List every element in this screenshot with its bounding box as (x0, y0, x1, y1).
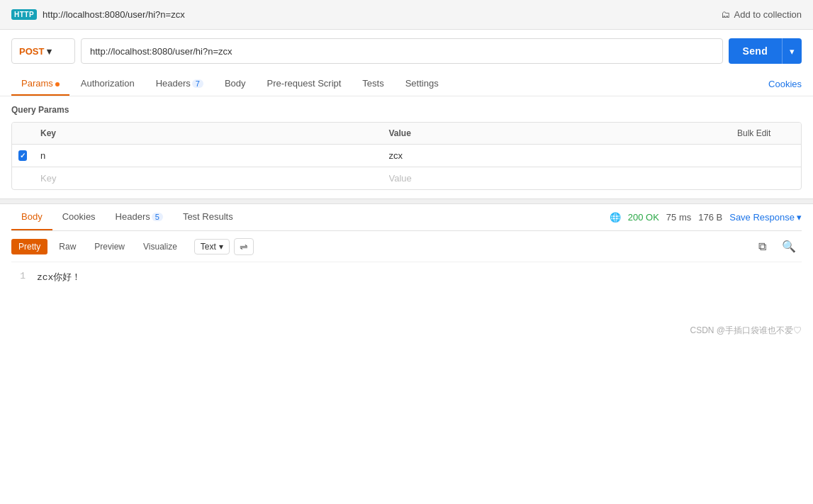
format-type-value: Text (201, 242, 216, 252)
bulk-edit-button[interactable]: Bulk Edit (737, 128, 770, 138)
globe-icon: 🌐 (610, 212, 621, 223)
response-status: 🌐 200 OK 75 ms 176 B Save Response ▾ (610, 212, 802, 223)
format-tab-pretty[interactable]: Pretty (11, 239, 47, 254)
response-tab-body[interactable]: Body (11, 204, 52, 230)
send-arrow-icon: ▾ (790, 46, 795, 57)
top-bar-url: http://localhost:8080/user/hi?n=zcx (43, 9, 185, 20)
request-tabs: Params Authorization Headers7 Body Pre-r… (11, 72, 802, 96)
row1-checkbox-cell (12, 145, 33, 167)
row2-value-input[interactable] (389, 173, 724, 184)
section-divider (0, 198, 813, 204)
headers-badge: 7 (192, 79, 203, 88)
row1-value-cell (382, 145, 731, 167)
row2-checkbox-cell (12, 167, 33, 189)
table-row (12, 167, 801, 189)
request-form: POST ▾ Send ▾ Params Authorization Heade… (0, 30, 813, 96)
response-tab-test-results[interactable]: Test Results (173, 204, 243, 230)
tab-params-label: Params (21, 78, 53, 89)
format-pretty-label: Pretty (18, 242, 40, 252)
row2-actions-cell (730, 167, 801, 189)
row1-actions-cell (730, 145, 801, 167)
method-label: POST (19, 46, 44, 57)
response-body: 1 zcx你好！ (11, 262, 802, 319)
tab-settings[interactable]: Settings (396, 72, 449, 96)
format-type-arrow-icon: ▾ (219, 242, 223, 252)
wrap-button[interactable]: ⇌ (234, 238, 254, 255)
copy-icon: ⧉ (758, 240, 766, 252)
watermark: CSDN @手插口袋谁也不爱♡ (0, 319, 813, 342)
query-params-section: Query Params Key Value Bulk Edit (0, 96, 813, 198)
cookies-link[interactable]: Cookies (768, 73, 802, 95)
copy-button[interactable]: ⧉ (753, 237, 772, 256)
tab-authorization-label: Authorization (81, 78, 135, 89)
row1-value-input[interactable] (389, 150, 724, 161)
row2-key-input[interactable] (40, 173, 375, 184)
row1-key-input[interactable] (40, 150, 375, 161)
url-input[interactable] (81, 38, 723, 64)
search-button[interactable]: 🔍 (776, 237, 802, 256)
format-type-select[interactable]: Text ▾ (194, 239, 230, 254)
request-section: POST ▾ Send ▾ Params Authorization Heade… (0, 30, 813, 198)
row1-checkbox[interactable] (18, 150, 27, 161)
tab-tests[interactable]: Tests (352, 72, 393, 96)
search-icon: 🔍 (782, 240, 796, 252)
query-params-title: Query Params (11, 105, 802, 115)
response-headers-badge: 5 (152, 213, 163, 221)
response-tab-body-label: Body (21, 211, 43, 222)
format-tab-preview[interactable]: Preview (87, 239, 132, 254)
line-number: 1 (11, 271, 26, 284)
response-tab-headers[interactable]: Headers5 (106, 204, 173, 230)
save-response-button[interactable]: Save Response ▾ (729, 212, 802, 223)
tab-headers[interactable]: Headers7 (146, 72, 213, 96)
line-content: zcx你好！ (37, 271, 81, 284)
params-table: Key Value Bulk Edit (11, 122, 802, 190)
add-to-collection-button[interactable]: 🗂 Add to collection (721, 9, 802, 20)
tab-params[interactable]: Params (11, 72, 69, 96)
params-dot (55, 82, 60, 86)
send-btn-group: Send ▾ (729, 38, 802, 64)
tab-pre-request-label: Pre-request Script (267, 78, 342, 89)
format-tab-raw[interactable]: Raw (52, 239, 83, 254)
row2-value-cell (382, 167, 731, 189)
col-checkbox (12, 123, 33, 144)
collection-icon: 🗂 (721, 9, 730, 20)
tab-pre-request[interactable]: Pre-request Script (257, 72, 352, 96)
wrap-icon: ⇌ (240, 241, 248, 252)
tab-settings-label: Settings (405, 78, 439, 89)
top-bar-left: HTTP http://localhost:8080/user/hi?n=zcx (11, 9, 185, 20)
save-response-label: Save Response (729, 212, 795, 223)
method-selector[interactable]: POST ▾ (11, 38, 75, 64)
response-line: 1 zcx你好！ (11, 271, 802, 284)
col-key: Key (33, 123, 382, 144)
save-response-arrow-icon: ▾ (797, 212, 802, 223)
response-tabs-bar: Body Cookies Headers5 Test Results 🌐 200… (11, 204, 802, 231)
top-bar: HTTP http://localhost:8080/user/hi?n=zcx… (0, 0, 813, 30)
format-raw-label: Raw (59, 242, 76, 252)
format-preview-label: Preview (94, 242, 125, 252)
tab-tests-label: Tests (362, 78, 383, 89)
row2-key-cell (33, 167, 382, 189)
send-dropdown-button[interactable]: ▾ (782, 38, 802, 64)
response-tab-cookies-label: Cookies (62, 211, 96, 222)
response-size: 176 B (698, 212, 722, 223)
http-icon: HTTP (11, 9, 37, 20)
response-section: Body Cookies Headers5 Test Results 🌐 200… (0, 204, 813, 319)
response-tab-cookies[interactable]: Cookies (52, 204, 106, 230)
format-visualize-label: Visualize (143, 242, 177, 252)
send-button[interactable]: Send (729, 38, 782, 64)
status-code: 200 OK (628, 212, 659, 223)
response-time: 75 ms (666, 212, 691, 223)
tab-body[interactable]: Body (215, 72, 256, 96)
tab-headers-label: Headers (156, 78, 191, 89)
response-area: Body Cookies Headers5 Test Results 🌐 200… (0, 204, 813, 319)
response-tab-test-results-label: Test Results (183, 211, 233, 222)
tab-body-label: Body (225, 78, 246, 89)
format-tab-visualize[interactable]: Visualize (136, 239, 184, 254)
tab-authorization[interactable]: Authorization (71, 72, 145, 96)
table-row (12, 145, 801, 167)
add-to-collection-label: Add to collection (734, 9, 802, 20)
col-bulk-edit: Bulk Edit (730, 123, 801, 144)
col-value: Value (382, 123, 731, 144)
response-format-bar: Pretty Raw Preview Visualize Text ▾ ⇌ ⧉ (11, 231, 802, 262)
params-table-header: Key Value Bulk Edit (12, 123, 801, 145)
